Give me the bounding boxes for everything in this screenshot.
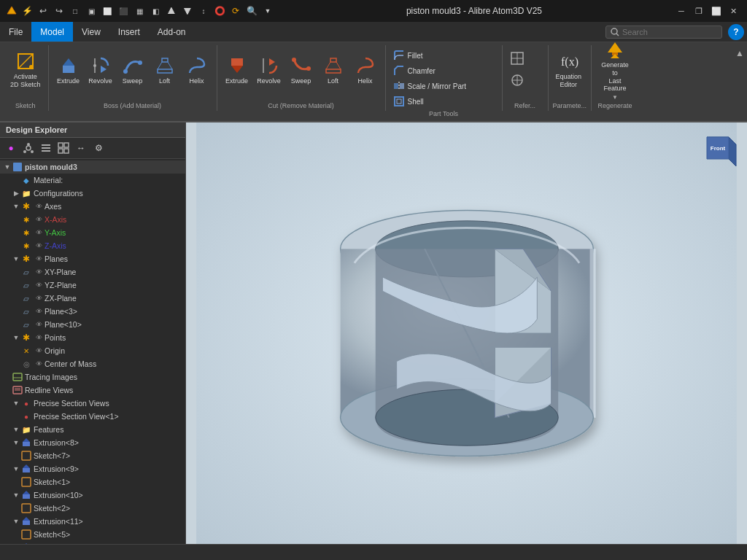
qa-btn5[interactable]: ▦ <box>133 4 146 18</box>
de-expand-btn[interactable]: ↔ <box>73 140 89 156</box>
tree-plane10-eye[interactable]: 👁 <box>34 319 44 330</box>
qa-redo[interactable]: ↪ <box>53 4 66 18</box>
tree-y-axis[interactable]: ✱ 👁 Y-Axis <box>0 226 185 239</box>
qa-refresh[interactable]: ⟳ <box>229 4 242 18</box>
tree-features[interactable]: ▼ 📁 Features <box>0 423 185 436</box>
tree-plane3[interactable]: ▱ 👁 Plane<3> <box>0 305 185 318</box>
tree-sketch7[interactable]: Sketch<7> <box>0 449 185 462</box>
qa-arrow-down[interactable]: ▼ <box>261 4 274 18</box>
tree-center-mass-eye[interactable]: 👁 <box>34 359 44 369</box>
boss-loft-button[interactable]: Loft <box>150 45 180 95</box>
activate-2d-sketch-button[interactable]: Activate2D Sketch <box>7 45 44 95</box>
boss-helix-button[interactable]: Helix <box>182 45 212 95</box>
cut-loft-button[interactable]: Loft <box>318 45 349 95</box>
view-cube[interactable]: Front <box>696 130 740 174</box>
tree-planes-eye[interactable]: 👁 <box>34 254 44 264</box>
qa-search[interactable]: 🔍 <box>245 4 258 18</box>
boss-sweep-button[interactable]: Sweep <box>117 45 148 95</box>
qa-undo[interactable]: ↩ <box>36 4 50 18</box>
de-list-btn[interactable] <box>38 140 54 156</box>
tree-yz-plane[interactable]: ▱ 👁 YZ-Plane <box>0 279 185 292</box>
menu-insert[interactable]: Insert <box>109 22 149 42</box>
tree-zx-plane-eye[interactable]: 👁 <box>34 293 44 303</box>
tree-z-axis-eye[interactable]: 👁 <box>34 241 44 251</box>
tree-center-mass[interactable]: ◎ 👁 Center of Mass <box>0 357 185 370</box>
tree-extrusion11[interactable]: ▼ Extrusion<11> <box>0 515 185 528</box>
qa-btn8[interactable]: ⯆ <box>181 4 194 18</box>
ref-btn1[interactable] <box>507 48 543 69</box>
qa-btn10[interactable]: ⭕ <box>213 4 226 18</box>
cut-extrude-button[interactable]: Extrude <box>222 45 252 95</box>
boss-extrude-button[interactable]: Extrude <box>53 45 84 95</box>
tree-extrusion9[interactable]: ▼ Extrusion<9> <box>0 462 185 475</box>
qa-btn3[interactable]: ⬜ <box>101 4 114 18</box>
tree-precise-section-expand[interactable]: ▼ <box>12 400 20 407</box>
equation-editor-button[interactable]: f(x) EquationEditor <box>553 45 585 95</box>
menu-model[interactable]: Model <box>31 22 73 42</box>
tree-axes-expand[interactable]: ▼ <box>12 203 20 210</box>
cut-revolve-button[interactable]: Revolve <box>254 45 285 95</box>
tree-axes-eye[interactable]: 👁 <box>34 201 44 211</box>
tree-sketch1[interactable]: Sketch<1> <box>0 475 185 489</box>
tree-extrusion8-expand[interactable]: ▼ <box>12 439 20 446</box>
tree-extrusion9-expand[interactable]: ▼ <box>12 465 20 472</box>
shell-button[interactable]: Shell <box>390 94 498 109</box>
qa-btn4[interactable]: ⬛ <box>117 4 130 18</box>
tree-extrusion8[interactable]: ▼ Extrusion<8> <box>0 436 185 449</box>
tree-zx-plane[interactable]: ▱ 👁 ZX-Plane <box>0 292 185 305</box>
tree-sketch2[interactable]: Sketch<2> <box>0 502 185 515</box>
tree-redline-views[interactable]: Redline Views <box>0 384 185 397</box>
tree-material[interactable]: ◆ Material: <box>0 174 185 187</box>
tree-planes[interactable]: ▼ ✱ 👁 Planes <box>0 252 185 265</box>
tree-configurations[interactable]: ▶ 📁 Configurations <box>0 187 185 200</box>
tree-x-axis-eye[interactable]: 👁 <box>34 214 44 225</box>
window-maximize-btn[interactable]: ⬜ <box>709 4 724 18</box>
tree-features-expand[interactable]: ▼ <box>12 426 20 433</box>
tree-extrusion11-expand[interactable]: ▼ <box>12 518 20 525</box>
de-view-btn[interactable] <box>55 140 71 156</box>
viewport[interactable]: Front <box>186 122 747 544</box>
tree-xy-plane[interactable]: ▱ 👁 XY-Plane <box>0 265 185 279</box>
de-settings-btn[interactable]: ⚙ <box>90 140 107 156</box>
tree-sketch5[interactable]: Sketch<5> <box>0 528 185 541</box>
tree-root-expand[interactable]: ▼ <box>3 163 12 171</box>
tree-tracing-images[interactable]: Tracing Images <box>0 370 185 384</box>
tree-extrusion10-expand[interactable]: ▼ <box>12 491 20 499</box>
de-network-btn[interactable] <box>20 140 36 156</box>
menu-view[interactable]: View <box>73 22 109 42</box>
boss-revolve-button[interactable]: Revolve <box>85 45 116 95</box>
qa-btn7[interactable]: ⯅ <box>165 4 178 18</box>
window-minimize-btn[interactable]: ─ <box>674 4 689 18</box>
qa-btn6[interactable]: ◧ <box>149 4 162 18</box>
tree-yz-plane-eye[interactable]: 👁 <box>34 280 44 290</box>
help-button[interactable]: ? <box>728 24 744 40</box>
tree-origin-eye[interactable]: 👁 <box>34 346 44 356</box>
tree-configurations-expand[interactable]: ▶ <box>12 190 20 197</box>
search-input[interactable] <box>622 28 717 36</box>
window-restore-btn[interactable]: ❐ <box>692 4 706 18</box>
de-color-btn[interactable]: ● <box>3 140 19 156</box>
qa-btn9[interactable]: ↕ <box>197 4 210 18</box>
tree-planes-expand[interactable]: ▼ <box>12 255 20 262</box>
tree-precise-section-views[interactable]: ▼ ● Precise Section Views <box>0 397 185 410</box>
cut-helix-button[interactable]: Helix <box>350 45 381 95</box>
tree-xy-plane-eye[interactable]: 👁 <box>34 267 44 277</box>
tree-points-eye[interactable]: 👁 <box>34 332 44 343</box>
ref-btn2[interactable] <box>507 70 543 90</box>
tree-precise-section-view1[interactable]: ● Precise Section View<1> <box>0 410 185 423</box>
tree-x-axis[interactable]: ✱ 👁 X-Axis <box>0 213 185 226</box>
qa-btn1[interactable]: □ <box>69 4 82 18</box>
menu-file[interactable]: File <box>0 22 31 42</box>
tree-root[interactable]: ▼ piston mould3 <box>0 160 185 174</box>
window-close-btn[interactable]: ✕ <box>727 4 741 18</box>
scale-mirror-button[interactable]: Scale / Mirror Part <box>390 79 498 93</box>
ribbon-collapse-btn[interactable]: ▲ <box>735 48 744 58</box>
tree-origin[interactable]: ✕ 👁 Origin <box>0 344 185 357</box>
tree-plane3-eye[interactable]: 👁 <box>34 306 44 316</box>
generate-last-feature-button[interactable]: Generate toLast Feature ▼ <box>596 45 634 95</box>
qa-btn2[interactable]: ▣ <box>85 4 98 18</box>
tree-extrusion10[interactable]: ▼ Extrusion<10> <box>0 489 185 502</box>
chamfer-button[interactable]: Chamfer <box>390 63 498 78</box>
qa-new[interactable]: ⚡ <box>20 4 34 18</box>
cut-sweep-button[interactable]: Sweep <box>286 45 317 95</box>
